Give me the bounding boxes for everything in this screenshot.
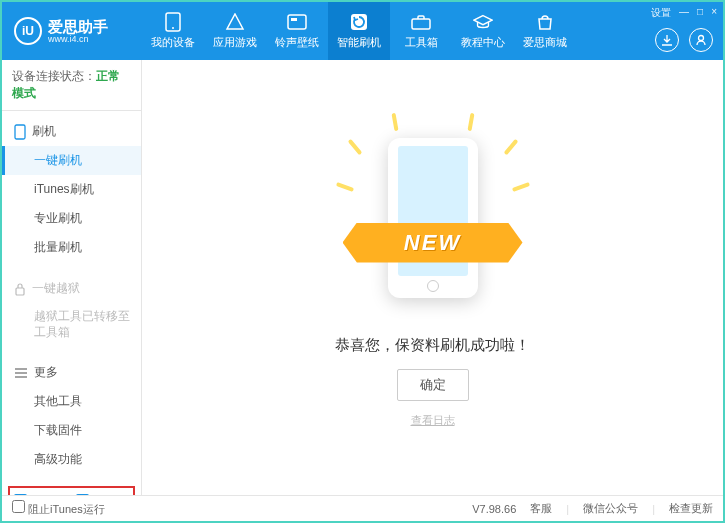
logo-area: iU 爱思助手 www.i4.cn bbox=[2, 17, 142, 45]
device-icon bbox=[163, 12, 183, 32]
options-row: 自动激活 跳过向导 bbox=[8, 486, 135, 495]
nav-toolbox[interactable]: 工具箱 bbox=[390, 2, 452, 60]
footer: 阻止iTunes运行 V7.98.66 客服 | 微信公众号 | 检查更新 bbox=[2, 495, 723, 521]
top-nav: 我的设备 应用游戏 铃声壁纸 智能刷机 工具箱 教程中心 bbox=[142, 2, 723, 60]
window-controls: 设置 — □ × bbox=[651, 6, 717, 20]
success-illustration: NEW bbox=[353, 128, 513, 318]
svg-rect-2 bbox=[288, 15, 306, 29]
app-name: 爱思助手 bbox=[48, 19, 108, 34]
sidebar-flash-title[interactable]: 刷机 bbox=[2, 117, 141, 146]
nav-store[interactable]: 爱思商城 bbox=[514, 2, 576, 60]
sidebar: 设备连接状态：正常模式 刷机 一键刷机 iTunes刷机 专业刷机 批量刷机 一… bbox=[2, 60, 142, 495]
download-button[interactable] bbox=[655, 28, 679, 52]
sidebar-item-advanced[interactable]: 高级功能 bbox=[2, 445, 141, 474]
sidebar-item-batch[interactable]: 批量刷机 bbox=[2, 233, 141, 262]
sidebar-more-title[interactable]: 更多 bbox=[2, 358, 141, 387]
svg-rect-8 bbox=[16, 288, 24, 295]
version-label: V7.98.66 bbox=[472, 503, 516, 515]
nav-flash[interactable]: 智能刷机 bbox=[328, 2, 390, 60]
confirm-button[interactable]: 确定 bbox=[397, 369, 469, 401]
toolbox-icon bbox=[411, 12, 431, 32]
sidebar-item-other[interactable]: 其他工具 bbox=[2, 387, 141, 416]
nav-tutorials[interactable]: 教程中心 bbox=[452, 2, 514, 60]
maximize-button[interactable]: □ bbox=[697, 6, 703, 20]
close-button[interactable]: × bbox=[711, 6, 717, 20]
phone-icon bbox=[14, 124, 26, 140]
phone-illustration bbox=[388, 138, 478, 298]
new-ribbon: NEW bbox=[343, 223, 523, 263]
minimize-button[interactable]: — bbox=[679, 6, 689, 20]
nav-my-device[interactable]: 我的设备 bbox=[142, 2, 204, 60]
nav-ringtones[interactable]: 铃声壁纸 bbox=[266, 2, 328, 60]
tutorial-icon bbox=[473, 12, 493, 32]
view-log-link[interactable]: 查看日志 bbox=[411, 413, 455, 428]
list-icon bbox=[14, 367, 28, 379]
settings-button[interactable]: 设置 bbox=[651, 6, 671, 20]
sidebar-jailbreak-title: 一键越狱 bbox=[2, 274, 141, 303]
sidebar-item-oneclick[interactable]: 一键刷机 bbox=[2, 146, 141, 175]
body: 设备连接状态：正常模式 刷机 一键刷机 iTunes刷机 专业刷机 批量刷机 一… bbox=[2, 60, 723, 495]
store-icon bbox=[535, 12, 555, 32]
account-button[interactable] bbox=[689, 28, 713, 52]
connection-status: 设备连接状态：正常模式 bbox=[2, 60, 141, 111]
header-actions bbox=[655, 28, 713, 52]
apps-icon bbox=[225, 12, 245, 32]
svg-point-6 bbox=[699, 36, 704, 41]
sidebar-item-itunes[interactable]: iTunes刷机 bbox=[2, 175, 141, 204]
customer-service-link[interactable]: 客服 bbox=[530, 501, 552, 516]
wechat-link[interactable]: 微信公众号 bbox=[583, 501, 638, 516]
logo-icon: iU bbox=[14, 17, 42, 45]
nav-apps[interactable]: 应用游戏 bbox=[204, 2, 266, 60]
check-update-link[interactable]: 检查更新 bbox=[669, 501, 713, 516]
app-url: www.i4.cn bbox=[48, 34, 108, 44]
sidebar-jailbreak-note: 越狱工具已转移至工具箱 bbox=[2, 303, 141, 346]
sidebar-item-pro[interactable]: 专业刷机 bbox=[2, 204, 141, 233]
wallpaper-icon bbox=[287, 12, 307, 32]
svg-rect-7 bbox=[15, 125, 25, 139]
svg-rect-3 bbox=[291, 18, 297, 21]
sidebar-item-firmware[interactable]: 下载固件 bbox=[2, 416, 141, 445]
main-content: NEW 恭喜您，保资料刷机成功啦！ 确定 查看日志 bbox=[142, 60, 723, 495]
block-itunes-checkbox[interactable] bbox=[12, 500, 25, 513]
sidebar-jailbreak-section: 一键越狱 越狱工具已转移至工具箱 bbox=[2, 268, 141, 352]
sidebar-more-section: 更多 其他工具 下载固件 高级功能 bbox=[2, 352, 141, 480]
header: iU 爱思助手 www.i4.cn 我的设备 应用游戏 铃声壁纸 智能刷机 bbox=[2, 2, 723, 60]
app-window: iU 爱思助手 www.i4.cn 我的设备 应用游戏 铃声壁纸 智能刷机 bbox=[0, 0, 725, 523]
success-message: 恭喜您，保资料刷机成功啦！ bbox=[335, 336, 530, 355]
sidebar-flash-section: 刷机 一键刷机 iTunes刷机 专业刷机 批量刷机 bbox=[2, 111, 141, 268]
block-itunes-option[interactable]: 阻止iTunes运行 bbox=[12, 500, 105, 517]
svg-point-1 bbox=[172, 27, 174, 29]
lock-icon bbox=[14, 282, 26, 296]
svg-rect-5 bbox=[412, 19, 430, 29]
refresh-icon bbox=[349, 12, 369, 32]
